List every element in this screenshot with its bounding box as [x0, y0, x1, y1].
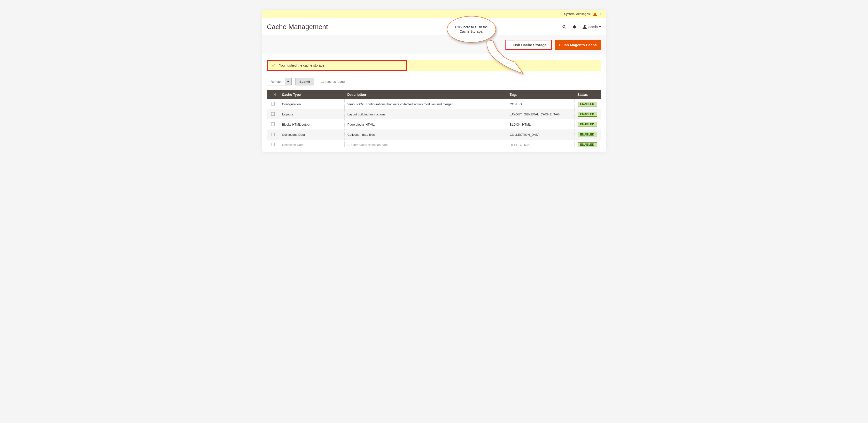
- search-icon[interactable]: [562, 25, 567, 29]
- column-description[interactable]: Description: [344, 90, 507, 99]
- row-checkbox[interactable]: [271, 112, 275, 116]
- cell-tags: CONFIG: [507, 99, 575, 109]
- column-status[interactable]: Status: [575, 90, 601, 99]
- cell-tags: LAYOUT_GENERAL_CACHE_TAG: [507, 109, 575, 119]
- chevron-down-icon: [599, 26, 601, 27]
- app-window: Click here to flush the Cache Storage. S…: [262, 10, 606, 152]
- cell-cache-type: Reflection Data: [279, 140, 344, 147]
- cell-tags: REFLECTION: [507, 140, 575, 147]
- column-cache-type[interactable]: Cache Type: [279, 90, 344, 99]
- cell-description: Page blocks HTML.: [344, 119, 507, 129]
- submit-button[interactable]: Submit: [296, 78, 314, 86]
- content-area: You flushed the cache storage. Refresh S…: [262, 60, 606, 152]
- cell-tags: BLOCK_HTML: [507, 119, 575, 129]
- cell-cache-type: Layouts: [279, 109, 344, 119]
- table-row[interactable]: Reflection DataAPI interfaces reflection…: [267, 140, 601, 147]
- system-messages-bar[interactable]: System Messages: 1: [262, 10, 606, 18]
- admin-user-label: admin: [589, 25, 598, 29]
- grid-toolbar: Refresh Submit 12 records found: [267, 78, 601, 86]
- cell-cache-type: Blocks HTML output: [279, 119, 344, 129]
- row-checkbox[interactable]: [271, 133, 275, 136]
- records-found-label: 12 records found: [321, 80, 345, 84]
- system-messages-count: 1: [599, 12, 601, 16]
- status-badge: ENABLED: [578, 142, 597, 147]
- actions-bar: Flush Cache Storage Flush Magento Cache: [262, 36, 606, 54]
- chevron-down-icon: [285, 78, 291, 85]
- cell-cache-type: Collections Data: [279, 129, 344, 140]
- grid-header-row: Cache Type Description Tags Status: [267, 90, 601, 99]
- cell-tags: COLLECTION_DATA: [507, 129, 575, 140]
- status-badge: ENABLED: [578, 102, 597, 106]
- success-message-wrapper: You flushed the cache storage.: [267, 60, 601, 71]
- table-row[interactable]: Collections DataCollection data files.CO…: [267, 129, 601, 140]
- cache-grid: Cache Type Description Tags Status Confi…: [267, 90, 601, 147]
- row-checkbox[interactable]: [271, 102, 275, 105]
- callout-tail: [483, 39, 527, 76]
- column-tags[interactable]: Tags: [507, 90, 575, 99]
- cell-cache-type: Configuration: [279, 99, 344, 109]
- notifications-icon[interactable]: [572, 25, 577, 29]
- cell-description: Various XML configurations that were col…: [344, 99, 507, 109]
- success-message: You flushed the cache storage.: [267, 60, 601, 71]
- system-messages-label: System Messages:: [564, 12, 591, 16]
- select-all-header[interactable]: [267, 90, 279, 99]
- cell-description: Collection data files.: [344, 129, 507, 140]
- header-icons: admin: [562, 25, 601, 29]
- status-badge: ENABLED: [578, 132, 597, 137]
- status-badge: ENABLED: [578, 122, 597, 127]
- mass-action-select[interactable]: Refresh: [267, 78, 291, 86]
- mass-action-label: Refresh: [267, 78, 285, 85]
- cell-description: API interfaces reflection data.: [344, 140, 507, 147]
- check-icon: [272, 63, 276, 67]
- admin-user-menu[interactable]: admin: [582, 25, 601, 29]
- flush-magento-cache-button[interactable]: Flush Magento Cache: [555, 40, 601, 50]
- row-checkbox[interactable]: [271, 123, 275, 126]
- table-row[interactable]: ConfigurationVarious XML configurations …: [267, 99, 601, 109]
- cell-description: Layout building instructions.: [344, 109, 507, 119]
- user-icon: [582, 25, 587, 29]
- callout-text: Click here to flush the Cache Storage.: [452, 25, 491, 34]
- table-row[interactable]: LayoutsLayout building instructions.LAYO…: [267, 109, 601, 119]
- page-header: Cache Management admin: [262, 18, 606, 36]
- status-badge: ENABLED: [578, 112, 597, 117]
- callout-annotation: Click here to flush the Cache Storage.: [447, 16, 496, 42]
- warning-icon: [593, 12, 597, 16]
- success-message-text: You flushed the cache storage.: [279, 63, 326, 67]
- page-title: Cache Management: [267, 23, 328, 31]
- row-checkbox[interactable]: [271, 143, 275, 146]
- callout-bubble: Click here to flush the Cache Storage.: [447, 16, 496, 42]
- table-row[interactable]: Blocks HTML outputPage blocks HTML.BLOCK…: [267, 119, 601, 129]
